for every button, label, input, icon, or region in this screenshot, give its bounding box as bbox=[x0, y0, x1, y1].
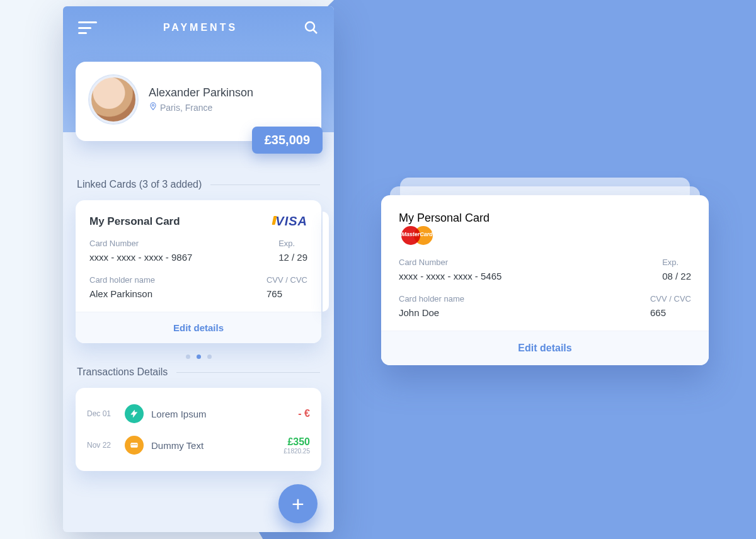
card-number: xxxx - xxxx - xxxx - 5465 bbox=[399, 271, 501, 281]
profile-card[interactable]: Alexander Parkinson Paris, France £35,00… bbox=[76, 62, 321, 141]
linked-cards-label: Linked Cards (3 of 3 added) bbox=[77, 179, 320, 190]
card-number: xxxx - xxxx - xxxx - 9867 bbox=[89, 252, 192, 263]
transaction-row[interactable]: Nov 22 Dummy Text £350 £1820.25 bbox=[87, 429, 310, 461]
dot-3[interactable] bbox=[207, 355, 212, 359]
search-icon[interactable] bbox=[304, 20, 319, 35]
avatar bbox=[89, 76, 137, 123]
page-title: PAYMENTS bbox=[163, 22, 238, 33]
tx-desc: Lorem Ipsum bbox=[151, 409, 298, 419]
transactions-label: Transactions Details bbox=[77, 366, 320, 378]
card-title: My Personal Card bbox=[399, 212, 691, 225]
dot-2[interactable] bbox=[197, 355, 201, 359]
menu-icon[interactable] bbox=[78, 21, 97, 34]
edit-details-button[interactable]: Edit details bbox=[76, 312, 321, 343]
linked-cards-text: Linked Cards (3 of 3 added) bbox=[77, 179, 202, 190]
card-panel-1[interactable]: My Personal Card VISA Card Number xxxx -… bbox=[76, 200, 321, 343]
tx-amount: - € bbox=[298, 408, 310, 419]
svg-point-2 bbox=[152, 105, 154, 106]
pin-icon bbox=[149, 102, 158, 113]
profile-location: Paris, France bbox=[160, 103, 212, 113]
phone-frame: PAYMENTS Alexander Parkinson Paris, Fran… bbox=[63, 6, 334, 532]
transaction-row[interactable]: Dec 01 Lorem Ipsum - € bbox=[87, 398, 310, 429]
card-cvv-label: CVV / CVC bbox=[266, 275, 307, 285]
card-panel-2[interactable]: My Personal Card MasterCard Card Number … bbox=[381, 195, 709, 365]
dot-1[interactable] bbox=[186, 355, 190, 359]
profile-name: Alexander Parkinson bbox=[149, 86, 253, 99]
card-holder-label: Card holder name bbox=[399, 294, 464, 304]
next-card-peek[interactable] bbox=[323, 212, 329, 312]
card-exp-label: Exp. bbox=[278, 239, 307, 248]
tx-date: Nov 22 bbox=[87, 441, 117, 450]
balance-badge[interactable]: £35,009 bbox=[252, 127, 323, 154]
card-cvv: 665 bbox=[650, 307, 691, 318]
bolt-icon bbox=[125, 404, 144, 423]
card-holder: John Doe bbox=[399, 307, 464, 318]
card-cvv: 765 bbox=[266, 288, 307, 299]
card-exp: 08 / 22 bbox=[662, 271, 691, 281]
card-icon bbox=[125, 436, 144, 455]
mastercard-logo-icon: MasterCard bbox=[399, 225, 435, 246]
card-cvv-label: CVV / CVC bbox=[650, 294, 691, 304]
tx-subamount: £1820.25 bbox=[284, 448, 310, 455]
card-stack: My Personal Card MasterCard Card Number … bbox=[381, 195, 709, 365]
card-number-label: Card Number bbox=[399, 258, 501, 267]
phone-header: PAYMENTS Alexander Parkinson Paris, Fran… bbox=[63, 6, 334, 132]
card-exp: 12 / 29 bbox=[278, 252, 307, 263]
svg-line-1 bbox=[313, 30, 317, 33]
tx-amount: £350 bbox=[284, 436, 310, 448]
tx-desc: Dummy Text bbox=[151, 440, 284, 451]
card-number-label: Card Number bbox=[89, 239, 192, 248]
transactions-text: Transactions Details bbox=[77, 366, 168, 378]
add-button[interactable]: + bbox=[278, 484, 318, 523]
transactions-panel: Dec 01 Lorem Ipsum - € Nov 22 Dummy Text… bbox=[76, 388, 321, 471]
visa-logo-icon: VISA bbox=[275, 214, 307, 229]
edit-details-button[interactable]: Edit details bbox=[381, 331, 709, 365]
card-exp-label: Exp. bbox=[662, 258, 691, 267]
svg-rect-4 bbox=[131, 444, 138, 445]
svg-point-0 bbox=[306, 22, 314, 31]
tx-date: Dec 01 bbox=[87, 409, 117, 418]
card-holder: Alex Parkinson bbox=[89, 288, 155, 299]
card-holder-label: Card holder name bbox=[89, 275, 155, 285]
carousel-dots bbox=[76, 355, 321, 359]
card-title: My Personal Card bbox=[89, 215, 180, 228]
